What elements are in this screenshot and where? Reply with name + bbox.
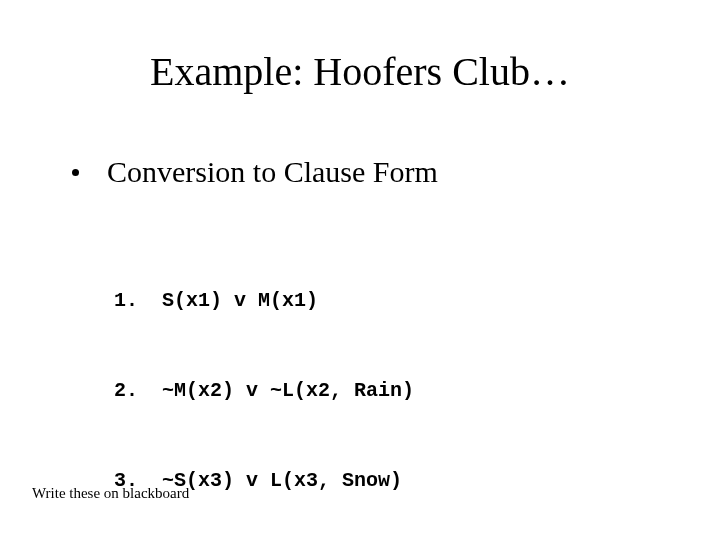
slide: Example: Hoofers Club… Conversion to Cla… [0,0,720,540]
footnote: Write these on blackboard [32,485,189,502]
clause-number: 1. [114,286,162,316]
list-item: 1. S(x1) v M(x1) [114,286,606,316]
clause-number: 2. [114,376,162,406]
clause-text: ~M(x2) v ~L(x2, Rain) [162,376,414,406]
bullet-icon [72,169,79,176]
clause-text: S(x1) v M(x1) [162,286,318,316]
clause-text: ~S(x3) v L(x3, Snow) [162,466,402,496]
slide-title: Example: Hoofers Club… [0,48,720,95]
bullet-item: Conversion to Clause Form [72,155,438,189]
bullet-text: Conversion to Clause Form [107,155,438,189]
list-item: 2. ~M(x2) v ~L(x2, Rain) [114,376,606,406]
